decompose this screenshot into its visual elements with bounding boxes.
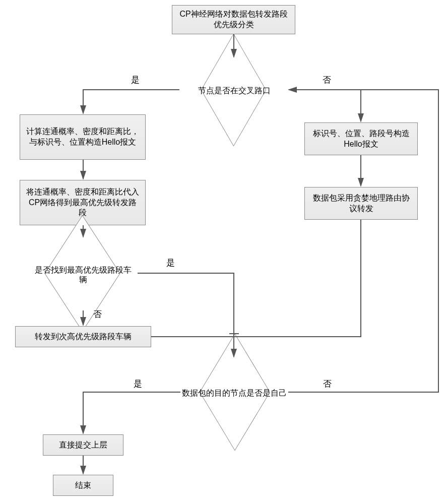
node-end: 结束	[53, 475, 113, 496]
label-yes-3: 是	[134, 378, 142, 390]
node-p-no1: 标识号、位置、路段号构造Hello报文	[304, 122, 418, 155]
node-d1	[201, 33, 266, 146]
flowchart-canvas: CP神经网络对数据包转发路段优先级分类 节点是否在交叉路口 计算连通概率、密度和…	[0, 0, 448, 504]
node-p-yes3: 转发到次高优先级路段车辆	[15, 326, 151, 347]
node-d3	[200, 333, 270, 451]
label-no-3: 否	[323, 378, 332, 390]
label-no-1: 否	[323, 74, 331, 86]
label-yes-2: 是	[166, 257, 175, 269]
node-start: CP神经网络对数据包转发路段优先级分类	[172, 5, 295, 34]
node-p-no2: 数据包采用贪婪地理路由协议转发	[304, 187, 418, 220]
node-p-yes1: 计算连通概率、密度和距离比，与标识号、位置构造Hello报文	[20, 114, 146, 160]
label-yes-1: 是	[131, 74, 140, 86]
node-p-end1: 直接提交上层	[43, 434, 123, 456]
node-d2	[44, 215, 120, 332]
label-no-2: 否	[93, 308, 102, 320]
